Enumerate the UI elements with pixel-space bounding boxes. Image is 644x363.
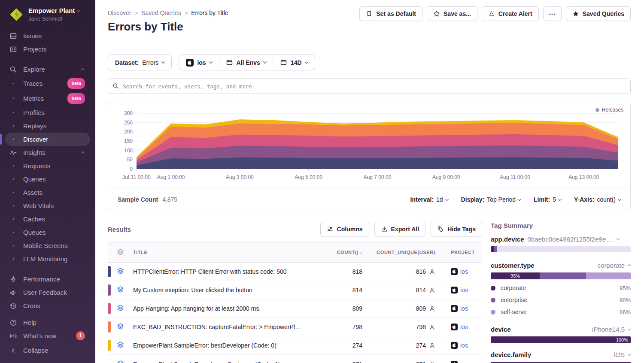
stack-icon[interactable] bbox=[117, 304, 130, 313]
svg-text:Aug 5 00:00: Aug 5 00:00 bbox=[295, 174, 322, 180]
sidebar-item-assets[interactable]: Assets bbox=[5, 186, 90, 199]
chevron-down-icon bbox=[618, 197, 621, 200]
chevron-up-icon[interactable] bbox=[628, 264, 631, 268]
save-as-button[interactable]: Save as... bbox=[427, 6, 477, 21]
sidebar-item-queues[interactable]: Queues bbox=[5, 226, 90, 239]
tag-key: app.device bbox=[491, 236, 524, 243]
stack-icon[interactable] bbox=[117, 360, 130, 363]
table-row[interactable]: EXC_BAD_INSTRUCTION: captureFatalError: … bbox=[108, 318, 482, 336]
row-title[interactable]: EmpowerPlant.SampleError: bestDeveloper … bbox=[130, 342, 302, 349]
sidebar-item-help[interactable]: ? Help bbox=[5, 316, 90, 329]
stack-icon[interactable] bbox=[117, 267, 130, 276]
column-header-count-unique[interactable]: COUNT_UNIQUE(USER) bbox=[362, 250, 435, 255]
environment-filter[interactable]: All Envs bbox=[219, 55, 273, 70]
sidebar-item-metrics[interactable]: Metrics beta bbox=[5, 91, 90, 106]
sidebar-collapse-button[interactable]: Collapse bbox=[5, 344, 90, 357]
events-chart[interactable]: 050100150200250300Jul 31 00:00Aug 1 00:0… bbox=[113, 109, 625, 185]
tag-distribution-bar[interactable] bbox=[491, 246, 631, 252]
sidebar-item-requests[interactable]: Requests bbox=[5, 159, 90, 172]
sidebar-item-label: Crons bbox=[23, 301, 40, 310]
breadcrumb-saved-queries[interactable]: Saved Queries bbox=[141, 9, 181, 16]
sidebar-item-queries[interactable]: Queries bbox=[5, 172, 90, 186]
sidebar-item-explore[interactable]: Explore bbox=[5, 63, 90, 76]
bullet-icon bbox=[9, 125, 18, 127]
more-options-button[interactable]: ⋯ bbox=[543, 6, 562, 21]
row-project-link[interactable]: ios bbox=[435, 287, 482, 293]
sidebar-item-mobile-screens[interactable]: Mobile Screens bbox=[5, 239, 90, 252]
sidebar-item-profiles[interactable]: Profiles bbox=[5, 106, 90, 119]
tag-legend-row[interactable]: self-serve 86% bbox=[491, 309, 631, 315]
search-input[interactable] bbox=[108, 79, 631, 94]
export-all-button[interactable]: Export All bbox=[374, 222, 426, 236]
tag-key: device.family bbox=[491, 351, 531, 358]
row-project-link[interactable]: ios bbox=[435, 268, 482, 275]
row-title[interactable]: HTTPClientError: HTTP Client Error with … bbox=[130, 268, 302, 275]
sidebar-item-llm-monitoring[interactable]: LLM Monitoring bbox=[5, 252, 90, 266]
table-row[interactable]: EmpowerPlant.SampleError: bestDeveloper … bbox=[108, 336, 482, 355]
breadcrumb-discover[interactable]: Discover bbox=[108, 9, 131, 16]
table-row[interactable]: App Hanging: App hanging for at least 20… bbox=[108, 299, 482, 318]
column-header-count[interactable]: COUNT()↓ bbox=[302, 249, 362, 255]
tag-legend-row[interactable]: corporate 95% bbox=[491, 284, 631, 291]
stack-icon[interactable] bbox=[117, 286, 130, 294]
sidebar-item-whats-new[interactable]: What's new 1 bbox=[5, 329, 90, 342]
chevron-down-icon bbox=[209, 60, 212, 64]
row-project-link[interactable]: ios bbox=[435, 324, 482, 330]
row-project-link[interactable]: ios bbox=[435, 342, 482, 349]
calendar-icon bbox=[280, 59, 287, 66]
tag-distribution-bar[interactable]: 100% bbox=[491, 336, 631, 343]
sidebar-item-caches[interactable]: Caches bbox=[5, 212, 90, 226]
sidebar-item-traces[interactable]: Traces beta bbox=[5, 76, 90, 91]
table-row[interactable]: HTTPClientError: HTTP Client Error with … bbox=[108, 263, 482, 281]
sidebar-item-issues[interactable]: Issues bbox=[5, 29, 90, 42]
legend-percent: 95% bbox=[620, 285, 631, 291]
yaxis-selector[interactable]: Y-Axis:count() bbox=[574, 196, 621, 203]
chevron-down-icon[interactable] bbox=[616, 237, 620, 240]
tag-legend-row[interactable]: enterprise 90% bbox=[491, 296, 631, 303]
row-project-link[interactable]: ios bbox=[435, 305, 482, 312]
row-title[interactable]: EmpowerPlant.SampleError: happyCustomer … bbox=[130, 361, 302, 363]
help-icon: ? bbox=[9, 319, 18, 327]
sidebar-item-replays[interactable]: Replays bbox=[5, 119, 90, 133]
row-title[interactable]: App Hanging: App hanging for at least 20… bbox=[130, 305, 302, 312]
create-alert-button[interactable]: Create Alert bbox=[482, 6, 539, 21]
interval-selector[interactable]: Interval:1d bbox=[410, 196, 448, 203]
display-selector[interactable]: Display:Top Period bbox=[461, 196, 521, 203]
sidebar-item-performance[interactable]: Performance bbox=[5, 272, 90, 286]
org-switcher[interactable]: Empower Plant Jane Schmidt bbox=[5, 6, 90, 22]
sidebar-item-projects[interactable]: Projects bbox=[5, 42, 90, 56]
bullet-icon bbox=[9, 245, 18, 246]
legend-dot bbox=[491, 310, 495, 315]
sidebar-item-discover[interactable]: Discover bbox=[5, 133, 90, 146]
column-header-title[interactable]: TITLE bbox=[130, 250, 302, 255]
stack-icon[interactable] bbox=[117, 341, 130, 350]
stack-icon[interactable] bbox=[117, 323, 130, 331]
chevron-down-icon[interactable] bbox=[628, 327, 631, 330]
row-project-link[interactable]: ios bbox=[435, 361, 482, 363]
set-as-default-button[interactable]: Set as Default bbox=[359, 6, 422, 21]
dataset-selector[interactable]: Dataset: Errors bbox=[108, 54, 172, 70]
beta-badge: beta bbox=[67, 93, 85, 104]
sidebar-item-insights[interactable]: Insights bbox=[5, 146, 90, 159]
saved-queries-button[interactable]: Saved Queries bbox=[566, 6, 631, 21]
sidebar-item-crons[interactable]: Crons bbox=[5, 299, 90, 312]
row-title[interactable]: EXC_BAD_INSTRUCTION: captureFatalError: … bbox=[130, 324, 302, 330]
legend-label: enterprise bbox=[501, 296, 527, 303]
row-title[interactable]: My Custom exeption: User clicked the but… bbox=[130, 287, 302, 293]
date-range-filter[interactable]: 14D bbox=[273, 55, 315, 70]
row-count-unique: 809 bbox=[416, 305, 426, 312]
chevron-down-icon[interactable] bbox=[628, 352, 631, 356]
sidebar-item-user-feedback[interactable]: User Feedback bbox=[5, 286, 90, 299]
project-filter[interactable]: ios bbox=[179, 55, 219, 70]
table-row[interactable]: My Custom exeption: User clicked the but… bbox=[108, 281, 482, 299]
chart-footer: Sample Count 4,875 Interval:1d Display:T… bbox=[108, 188, 630, 211]
limit-selector[interactable]: Limit:5 bbox=[534, 196, 561, 203]
sidebar-item-web-vitals[interactable]: Web Vitals bbox=[5, 199, 90, 212]
column-header-project[interactable]: PROJECT bbox=[435, 250, 482, 255]
hide-tags-button[interactable]: Hide Tags bbox=[431, 222, 482, 236]
table-row[interactable]: EmpowerPlant.SampleError: happyCustomer … bbox=[108, 355, 482, 363]
tag-distribution-bar[interactable]: 95% bbox=[491, 272, 631, 279]
columns-button[interactable]: Columns bbox=[320, 222, 369, 236]
page-title: Errors by Title bbox=[108, 20, 631, 33]
chevron-down-icon bbox=[161, 60, 165, 64]
